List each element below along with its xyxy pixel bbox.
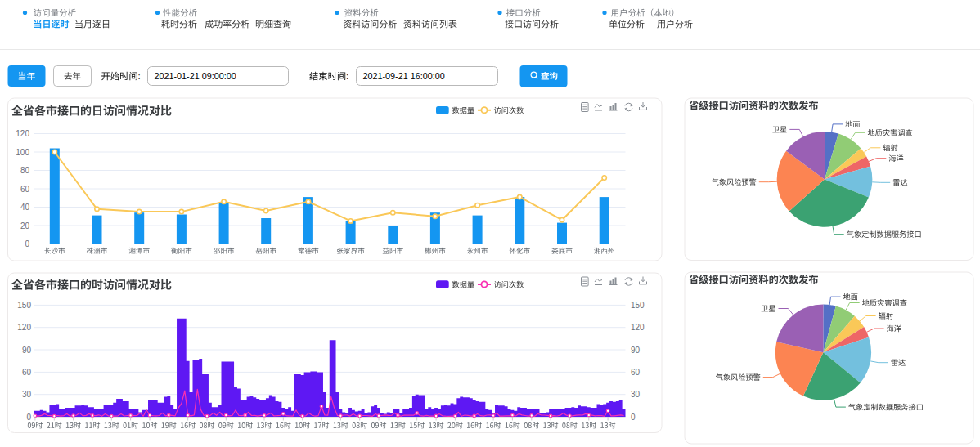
svg-text:2021-01-21 09:00:00: 2021-01-21 09:00:00 (155, 71, 236, 81)
svg-text::: : (137, 71, 140, 81)
svg-text:0: 0 (631, 413, 636, 422)
svg-text:60: 60 (20, 185, 30, 194)
svg-text:150: 150 (17, 301, 31, 310)
svg-text:60: 60 (631, 368, 641, 377)
svg-text:2021-09-21 16:00:00: 2021-09-21 16:00:00 (363, 71, 445, 81)
svg-text:20: 20 (20, 221, 30, 230)
svg-text:90: 90 (22, 346, 32, 355)
svg-text:120: 120 (16, 129, 29, 138)
svg-text:90: 90 (631, 346, 641, 355)
svg-text:40: 40 (20, 203, 30, 212)
svg-text:0: 0 (25, 239, 29, 248)
svg-text:0: 0 (26, 413, 31, 422)
svg-text:30: 30 (22, 390, 32, 399)
svg-text:150: 150 (631, 301, 645, 310)
svg-text:80: 80 (20, 166, 30, 175)
svg-text:60: 60 (22, 368, 32, 377)
svg-text:120: 120 (631, 323, 645, 332)
svg-text:100: 100 (16, 148, 29, 157)
svg-text:30: 30 (631, 390, 641, 399)
svg-text::: : (346, 71, 348, 81)
svg-text:120: 120 (17, 323, 31, 332)
